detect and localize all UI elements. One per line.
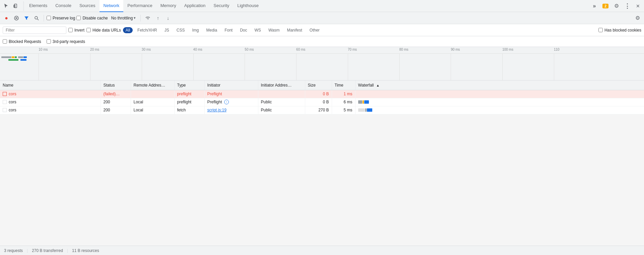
invert-input[interactable] xyxy=(68,28,73,32)
chip-css[interactable]: CSS xyxy=(174,27,188,33)
timeline-row-2 xyxy=(1,59,27,61)
cell-initiator-addr-2: Public xyxy=(258,98,305,106)
preflight-info-icon-2: ↑ xyxy=(224,100,229,104)
settings-btn[interactable]: ⚙ xyxy=(612,1,621,11)
chip-wasm[interactable]: Wasm xyxy=(266,27,282,33)
col-header-remote[interactable]: Remote Addres… xyxy=(131,81,174,90)
tab-lighthouse[interactable]: Lighthouse xyxy=(233,0,263,12)
col-header-name[interactable]: Name xyxy=(0,81,101,90)
grid-line-80 xyxy=(399,54,400,80)
chip-media[interactable]: Media xyxy=(203,27,220,33)
filter-requests-btn[interactable] xyxy=(22,14,31,22)
col-header-initiator-addr[interactable]: Initiator Addres… xyxy=(258,81,305,90)
grid-line-20 xyxy=(90,54,90,80)
col-header-initiator[interactable]: Initiator xyxy=(204,81,258,90)
cell-size-2: 0 B xyxy=(305,98,332,106)
timeline-mini-bars xyxy=(1,56,27,61)
chip-fetch-xhr[interactable]: Fetch/XHR xyxy=(135,27,160,33)
chip-doc[interactable]: Doc xyxy=(237,27,250,33)
cell-time-1: 1 ms xyxy=(332,90,355,98)
timeline-grid xyxy=(0,54,644,80)
has-blocked-cookies-checkbox[interactable]: Has blocked cookies xyxy=(598,28,641,33)
tick-40ms: 40 ms xyxy=(193,47,202,51)
disable-cache-input[interactable] xyxy=(76,16,81,20)
third-party-checkbox[interactable]: 3rd-party requests xyxy=(47,39,85,44)
chip-js[interactable]: JS xyxy=(162,27,172,33)
stop-recording-btn[interactable] xyxy=(12,14,21,22)
throttle-selector[interactable]: No throttling ▾ xyxy=(109,15,138,21)
cell-waterfall-2 xyxy=(355,98,644,106)
col-header-waterfall[interactable]: Waterfall ▲ xyxy=(355,81,644,90)
row-checkbox-2 xyxy=(3,100,7,104)
tab-console[interactable]: Console xyxy=(51,0,75,12)
cell-status-1: (failed)… xyxy=(101,90,131,98)
chip-ws[interactable]: WS xyxy=(252,27,264,33)
import-har-btn[interactable]: ↑ xyxy=(153,14,162,22)
col-header-time[interactable]: Time xyxy=(332,81,355,90)
table-row[interactable]: cors 200 Local fetch script.js:19 Public… xyxy=(0,106,644,114)
cell-remote-3: Local xyxy=(131,106,174,114)
row-checkbox-3 xyxy=(3,108,7,112)
cell-remote-2: Local xyxy=(131,98,174,106)
third-party-input[interactable] xyxy=(47,39,51,44)
col-header-type[interactable]: Type xyxy=(174,81,204,90)
more-options-btn[interactable]: ⋮ xyxy=(623,1,632,11)
tick-70ms: 70 ms xyxy=(348,47,357,51)
hide-data-urls-input[interactable] xyxy=(86,28,91,32)
tab-performance[interactable]: Performance xyxy=(123,0,156,12)
tab-security[interactable]: Security xyxy=(209,0,233,12)
chip-other[interactable]: Other xyxy=(307,27,322,33)
mini-bar-gray2 xyxy=(18,56,23,58)
cell-time-3: 5 ms xyxy=(332,106,355,114)
table-row[interactable]: cors 200 Local preflight Preflight ↑ Pub… xyxy=(0,98,644,106)
preserve-log-checkbox[interactable]: Preserve log xyxy=(47,16,75,20)
tick-60ms: 60 ms xyxy=(296,47,305,51)
cell-time-2: 6 ms xyxy=(332,98,355,106)
cell-name-2: cors xyxy=(0,98,101,106)
search-btn[interactable] xyxy=(32,14,41,22)
blocked-requests-input[interactable] xyxy=(3,39,7,44)
filter-input[interactable] xyxy=(3,27,66,34)
close-btn[interactable]: ✕ xyxy=(633,1,643,11)
wf-segment-dns2 xyxy=(365,108,367,112)
tab-memory[interactable]: Memory xyxy=(156,0,180,12)
wf-segment-waiting xyxy=(364,100,369,104)
table-row[interactable]: cors (failed)… preflight Preflight 0 B 1… xyxy=(0,90,644,98)
col-header-status[interactable]: Status xyxy=(101,81,131,90)
col-header-size[interactable]: Size xyxy=(305,81,332,90)
blocked-requests-checkbox[interactable]: Blocked Requests xyxy=(3,39,41,44)
tab-network[interactable]: Network xyxy=(100,0,124,12)
invert-checkbox[interactable]: Invert xyxy=(68,28,84,33)
cursor-icon-btn[interactable] xyxy=(1,1,11,11)
grid-line-10 xyxy=(39,54,39,80)
disable-cache-checkbox[interactable]: Disable cache xyxy=(76,16,108,20)
mini-bar-blue xyxy=(23,56,27,58)
timeline-ruler: 10 ms 20 ms 30 ms 40 ms 50 ms 60 ms 70 m… xyxy=(0,47,644,54)
timeline-header: 10 ms 20 ms 30 ms 40 ms 50 ms 60 ms 70 m… xyxy=(0,47,644,81)
tab-application[interactable]: Application xyxy=(180,0,210,12)
record-btn[interactable]: ● xyxy=(2,14,11,22)
mini-bar-yellow xyxy=(12,56,14,58)
export-har-btn[interactable]: ↓ xyxy=(164,14,172,22)
network-settings-btn[interactable]: ⚙ xyxy=(633,14,642,22)
hide-data-urls-checkbox[interactable]: Hide data URLs xyxy=(86,28,121,33)
table-body: cors (failed)… preflight Preflight 0 B 1… xyxy=(0,90,644,114)
tab-sources[interactable]: Sources xyxy=(75,0,100,12)
svg-point-5 xyxy=(35,16,38,19)
network-conditions-btn[interactable] xyxy=(143,14,152,22)
error-row-checkbox-1 xyxy=(3,92,7,96)
preserve-log-input[interactable] xyxy=(47,16,51,20)
chip-img[interactable]: Img xyxy=(189,27,201,33)
grid-line-90 xyxy=(451,54,451,80)
device-icon-btn[interactable] xyxy=(11,1,21,11)
cell-remote-1 xyxy=(131,90,174,98)
chip-all[interactable]: All xyxy=(123,27,133,33)
tab-elements[interactable]: Elements xyxy=(25,0,51,12)
chip-font[interactable]: Font xyxy=(222,27,235,33)
mini-bar-gray xyxy=(1,56,11,58)
has-blocked-cookies-input[interactable] xyxy=(598,28,603,32)
more-tabs-btn[interactable]: » xyxy=(590,1,599,11)
chip-manifest[interactable]: Manifest xyxy=(284,27,305,33)
tick-100ms: 100 ms xyxy=(502,47,513,51)
blocked-bar: Blocked Requests 3rd-party requests xyxy=(0,36,644,47)
